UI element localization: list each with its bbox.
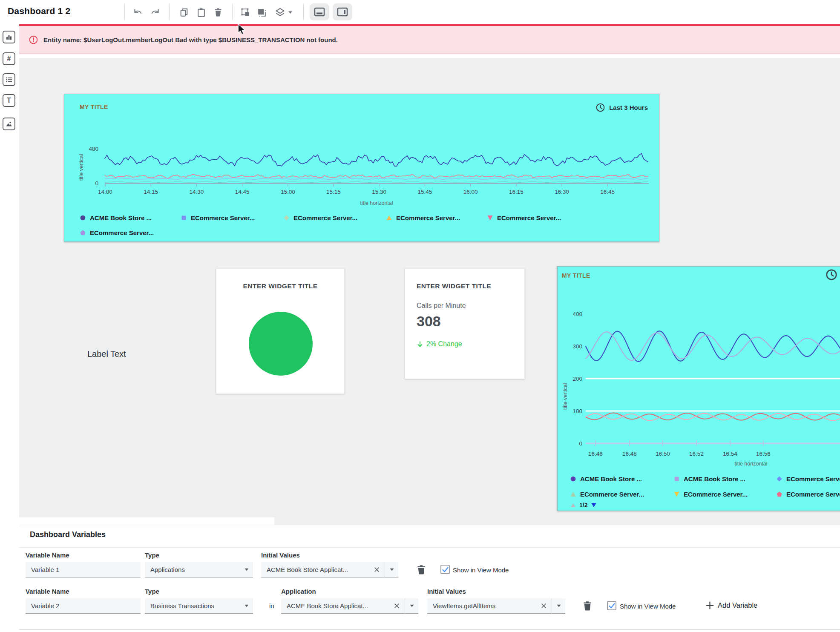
clear-value-icon[interactable]: [372, 567, 381, 572]
widget-tool-sidebar: #T: [0, 24, 19, 632]
legend-item[interactable]: ECommerce Server...: [80, 229, 154, 236]
show-in-view-mode-checkbox[interactable]: [607, 601, 616, 610]
caret-down-icon[interactable]: [240, 604, 249, 607]
svg-text:200: 200: [572, 376, 582, 382]
toggle-bottom-panel-button[interactable]: [310, 3, 329, 20]
delete-variable-button[interactable]: [581, 600, 593, 612]
legend-item[interactable]: ECommerce Server...: [284, 214, 357, 221]
caret-down-icon[interactable]: [552, 604, 561, 607]
timeseries-widget-right[interactable]: MY TITLE 4003002001000title vertical16:4…: [557, 266, 840, 511]
legend-item[interactable]: ACME Book Store ...: [80, 214, 152, 221]
clear-value-icon[interactable]: [392, 603, 401, 609]
toolbar: Dashboard 1 2: [0, 0, 840, 24]
metric-name: Calls per Minute: [417, 302, 466, 310]
svg-text:16:50: 16:50: [656, 451, 670, 457]
svg-text:480: 480: [89, 146, 98, 152]
paste-icon: [196, 7, 207, 18]
image-icon: [6, 121, 12, 127]
alert-circle-icon: [29, 35, 38, 44]
svg-text:14:15: 14:15: [144, 189, 158, 195]
legend-item[interactable]: ECommerce Server...: [181, 214, 255, 221]
legend-item[interactable]: ECommerce Server...: [674, 491, 748, 498]
send-to-back-icon: [256, 7, 267, 18]
legend-item[interactable]: ECommerce Server...: [777, 491, 840, 498]
field-label: Type: [145, 552, 159, 559]
delete-button[interactable]: [211, 6, 225, 19]
variable-field: ApplicationACME Book Store Applicat...: [281, 588, 316, 595]
layers-button[interactable]: [273, 6, 287, 19]
metric-widget[interactable]: ENTER WIDGET TITLE Calls per Minute 308 …: [405, 268, 525, 379]
text-input[interactable]: Variable 2: [26, 598, 141, 614]
clock-icon[interactable]: [825, 268, 838, 281]
dropdown-select[interactable]: Business Transactions: [145, 598, 253, 614]
diamond-marker-icon: [284, 215, 289, 221]
timeseries-widget-main[interactable]: MY TITLE Last 3 Hours 4800title vertical…: [64, 94, 659, 242]
health-status-circle: [249, 312, 313, 376]
dashboard-canvas: MY TITLE Last 3 Hours 4800title vertical…: [19, 58, 840, 525]
text-label-widget[interactable]: Label Text: [87, 349, 126, 359]
field-label: Variable Name: [26, 588, 69, 595]
metric-value: 308: [417, 313, 441, 330]
legend-item[interactable]: ECommerce Server...: [386, 214, 460, 221]
legend-label: ECommerce Server...: [90, 229, 154, 236]
timeseries-chart: 4003002001000title vertical16:4616:4816:…: [558, 305, 840, 467]
variable-field: Variable NameVariable 1: [26, 552, 69, 559]
legend-item[interactable]: ECommerce Server...: [487, 214, 561, 221]
variable-field: Variable NameVariable 2: [26, 588, 69, 595]
page-up-icon[interactable]: [570, 503, 576, 508]
show-in-view-mode-checkbox[interactable]: [440, 565, 450, 574]
variable-field: TypeApplications: [145, 552, 159, 559]
time-range[interactable]: Last 3 Hours: [595, 103, 648, 112]
caret-down-icon[interactable]: [240, 568, 249, 571]
paste-button[interactable]: [194, 6, 208, 19]
page-indicator: 1/2: [579, 502, 587, 508]
legend-item[interactable]: ACME Book Store ...: [674, 475, 745, 483]
toolbar-separator: [169, 4, 170, 20]
field-value: ACME Book Store Applicat...: [267, 566, 372, 573]
list-widget-tool[interactable]: [3, 73, 15, 86]
show-in-view-mode-label: Show in View Mode: [453, 566, 509, 574]
copy-button[interactable]: [177, 6, 191, 19]
toggle-right-panel-button[interactable]: [333, 3, 352, 20]
legend-item[interactable]: ACME Book Store ...: [570, 475, 642, 483]
pentagon-marker-icon: [777, 491, 782, 497]
chart-widget-tool[interactable]: [3, 31, 15, 43]
combo-select[interactable]: ACME Book Store Applicat...: [281, 598, 418, 614]
page-down-icon[interactable]: [591, 503, 597, 508]
caret-down-icon[interactable]: [385, 568, 394, 571]
svg-text:title horizontal: title horizontal: [360, 200, 393, 206]
divider: [19, 629, 840, 630]
redo-button[interactable]: [148, 6, 162, 19]
widget-title: ENTER WIDGET TITLE: [243, 282, 317, 290]
caret-down-icon[interactable]: [405, 604, 414, 607]
clear-value-icon[interactable]: [539, 603, 548, 609]
svg-text:14:45: 14:45: [235, 189, 250, 195]
field-label: Variable Name: [26, 552, 69, 559]
metric-change: 2% Change: [417, 340, 462, 348]
add-variable-button[interactable]: Add Variable: [706, 601, 757, 609]
svg-text:16:30: 16:30: [555, 189, 569, 195]
delete-variable-button[interactable]: [415, 564, 427, 576]
image-widget-tool[interactable]: [3, 118, 15, 130]
metric-widget-tool[interactable]: #: [3, 52, 15, 65]
svg-text:400: 400: [572, 311, 582, 317]
health-widget[interactable]: ENTER WIDGET TITLE: [216, 268, 345, 394]
combo-select[interactable]: ViewItems.getAllItems: [427, 598, 565, 614]
send-to-back-button[interactable]: [255, 6, 268, 19]
text-input[interactable]: Variable 1: [26, 562, 141, 577]
toolbar-separator: [232, 4, 233, 20]
circle-marker-icon: [80, 215, 86, 221]
undo-button[interactable]: [131, 6, 145, 19]
variable-field: Initial ValuesACME Book Store Applicat..…: [261, 552, 300, 559]
dropdown-select[interactable]: Applications: [145, 562, 253, 577]
combo-select[interactable]: ACME Book Store Applicat...: [261, 562, 398, 577]
trash-icon: [213, 7, 223, 17]
bring-to-front-button[interactable]: [239, 6, 252, 19]
field-label: Initial Values: [427, 588, 466, 595]
layers-menu-caret[interactable]: [286, 6, 294, 19]
legend-item[interactable]: ECommerce Server...: [570, 491, 644, 498]
legend-item[interactable]: ECommerce Server...: [777, 475, 840, 483]
svg-text:title horizontal: title horizontal: [734, 461, 767, 467]
add-variable-label: Add Variable: [718, 601, 757, 609]
text-widget-tool[interactable]: T: [3, 94, 15, 107]
